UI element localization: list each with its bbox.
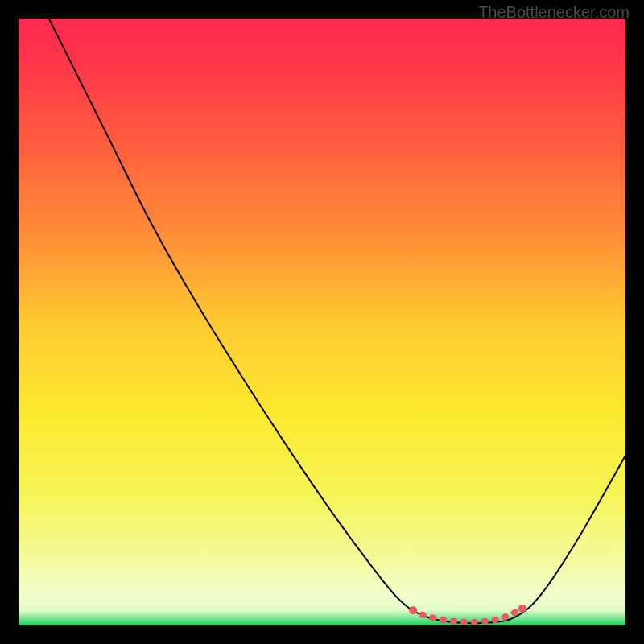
plot-area	[19, 19, 625, 625]
optimal-endpoint	[409, 606, 417, 614]
gradient-background	[19, 19, 625, 625]
optimal-endpoint	[518, 605, 526, 613]
chart-container: TheBottlenecker.com	[0, 0, 644, 644]
watermark-text: TheBottlenecker.com	[478, 3, 630, 22]
chart-svg	[19, 19, 625, 625]
